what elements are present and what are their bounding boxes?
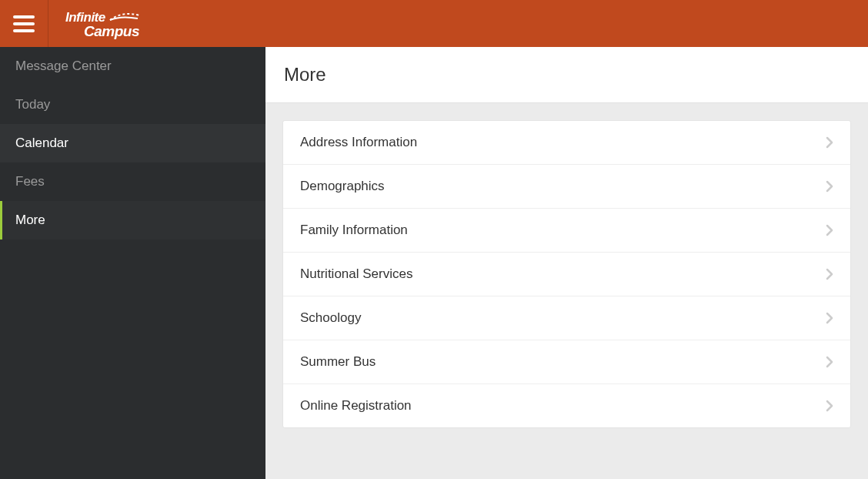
brand-logo: Infinite Campus — [65, 9, 141, 39]
body: Message Center Today Calendar Fees More … — [0, 47, 868, 479]
sidebar-item-today[interactable]: Today — [0, 85, 265, 124]
header: Infinite Campus — [0, 0, 868, 47]
sidebar-item-label: Calendar — [15, 136, 68, 150]
list-item-demographics[interactable]: Demographics — [283, 165, 850, 209]
sidebar-item-label: Fees — [15, 174, 45, 189]
list-item-summer-bus[interactable]: Summer Bus — [283, 340, 850, 384]
sidebar-item-more[interactable]: More — [0, 201, 265, 240]
sidebar-item-label: Today — [15, 97, 50, 112]
hamburger-icon — [13, 15, 35, 32]
page-title: More — [284, 64, 850, 85]
brand-bottom: Campus — [65, 24, 139, 39]
list-item-label: Family Information — [300, 223, 408, 238]
list-item-label: Summer Bus — [300, 354, 376, 370]
swoosh-icon — [108, 9, 141, 23]
content: Address Information Demographics Family … — [265, 103, 868, 445]
brand-top: Infinite — [65, 11, 105, 24]
page-header: More — [265, 47, 868, 103]
sidebar-item-fees[interactable]: Fees — [0, 162, 265, 201]
list-item-family-information[interactable]: Family Information — [283, 209, 850, 253]
chevron-right-icon — [826, 224, 833, 236]
list-item-online-registration[interactable]: Online Registration — [283, 384, 850, 427]
list-item-label: Online Registration — [300, 398, 412, 414]
sidebar-item-label: Message Center — [15, 59, 112, 73]
list-item-label: Schoology — [300, 310, 361, 326]
chevron-right-icon — [826, 356, 833, 368]
sidebar: Message Center Today Calendar Fees More — [0, 47, 265, 479]
chevron-right-icon — [826, 180, 833, 193]
list-item-label: Demographics — [300, 179, 385, 194]
chevron-right-icon — [826, 312, 833, 324]
list-item-label: Address Information — [300, 135, 417, 150]
chevron-right-icon — [826, 400, 833, 412]
list-item-label: Nutritional Services — [300, 266, 412, 282]
list-item-nutritional-services[interactable]: Nutritional Services — [283, 253, 850, 296]
list-item-address-information[interactable]: Address Information — [283, 121, 850, 165]
sidebar-item-label: More — [15, 213, 45, 227]
sidebar-item-message-center[interactable]: Message Center — [0, 47, 265, 85]
more-list: Address Information Demographics Family … — [282, 120, 851, 428]
sidebar-item-calendar[interactable]: Calendar — [0, 124, 265, 162]
menu-button[interactable] — [0, 0, 48, 47]
list-item-schoology[interactable]: Schoology — [283, 296, 850, 340]
chevron-right-icon — [826, 136, 833, 149]
main: More Address Information Demographics Fa… — [265, 47, 868, 479]
chevron-right-icon — [826, 268, 833, 280]
